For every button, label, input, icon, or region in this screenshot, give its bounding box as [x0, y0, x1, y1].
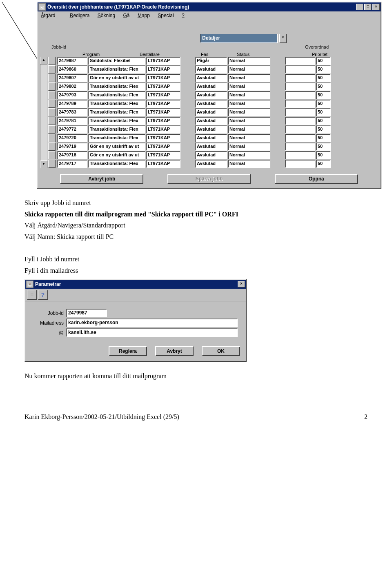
cell-prioritet[interactable]: 50 [316, 65, 331, 74]
cell-fas[interactable]: Avslutad [195, 65, 227, 74]
cell-prioritet[interactable]: 50 [316, 125, 331, 134]
cell-fas[interactable]: Avslutad [195, 117, 227, 125]
cell-bestallare[interactable]: LT971KAP [146, 108, 180, 116]
cell-bestallare[interactable]: LT971KAP [146, 91, 180, 99]
cell-program[interactable]: Transaktionslista: Flex [88, 82, 145, 91]
scroll-down-icon[interactable]: ▼ [40, 161, 47, 168]
cell-status[interactable]: Normal [228, 143, 270, 151]
cell-fas[interactable]: Avslutad [195, 151, 227, 159]
cell-prioritet[interactable]: 50 [316, 160, 331, 168]
cell-fas[interactable]: Pågår [195, 57, 227, 65]
cell-overordnad[interactable] [285, 91, 315, 99]
row-selector[interactable] [48, 134, 56, 142]
cell-program[interactable]: Gör en ny utskrift av ut [88, 151, 145, 159]
row-selector[interactable] [48, 91, 56, 99]
cell-program[interactable]: Transaktionslista: Flex [88, 117, 145, 125]
detaljer-dropdown-icon[interactable]: ▼ [279, 34, 287, 43]
maximize-button[interactable]: □ [364, 4, 372, 10]
minimize-button[interactable]: _ [356, 4, 363, 10]
cell-program[interactable]: Transaktionslista: Flex [88, 91, 145, 99]
row-selector[interactable] [48, 65, 56, 74]
cell-program[interactable]: Transaktionslista: Flex [88, 134, 145, 142]
cell-fas[interactable]: Avslutad [195, 125, 227, 134]
cell-status[interactable]: Normal [228, 125, 270, 134]
menu-redigera[interactable]: Redigera [70, 13, 90, 18]
cell-overordnad[interactable] [285, 117, 315, 125]
cell-prioritet[interactable]: 50 [316, 57, 331, 65]
menubar[interactable]: Åtgärd Redigera Sökning Gå Mapp Special … [38, 11, 381, 20]
cell-fas[interactable]: Avslutad [195, 100, 227, 108]
help-icon[interactable]: ? [38, 290, 48, 300]
cell-jobid[interactable]: 2479719 [57, 143, 87, 151]
cell-overordnad[interactable] [285, 108, 315, 116]
parametrar-system-icon[interactable]: ☕ [26, 281, 33, 288]
cell-prioritet[interactable]: 50 [316, 151, 331, 159]
cell-jobid[interactable]: 2479720 [57, 134, 87, 142]
cell-jobid[interactable]: 2479781 [57, 117, 87, 125]
cell-program[interactable]: Saldolista: Flexibel [88, 57, 145, 65]
input-domain[interactable]: kansli.lth.se [66, 328, 238, 337]
table-row[interactable]: 2479807Gör en ny utskrift av utLT971KAPA… [48, 74, 378, 82]
cell-bestallare[interactable]: LT971KAP [146, 65, 180, 74]
cell-jobid[interactable]: 2479789 [57, 100, 87, 108]
table-row[interactable]: 2479717Transaktionslista: FlexLT971KAPAv… [48, 160, 378, 168]
cell-jobid[interactable]: 2479802 [57, 82, 87, 91]
system-menu-icon[interactable]: ◱ [38, 3, 46, 11]
cell-status[interactable]: Normal [228, 57, 270, 65]
scrollbar[interactable]: ▲ ▼ [40, 57, 47, 168]
row-selector[interactable] [48, 143, 56, 151]
cell-jobid[interactable]: 2479718 [57, 151, 87, 159]
cell-overordnad[interactable] [285, 74, 315, 82]
row-selector[interactable] [48, 108, 56, 116]
cell-status[interactable]: Normal [228, 151, 270, 159]
cell-status[interactable]: Normal [228, 74, 270, 82]
cell-program[interactable]: Transaktionslista: Flex [88, 100, 145, 108]
cell-overordnad[interactable] [285, 134, 315, 142]
cell-jobid[interactable]: 2479860 [57, 65, 87, 74]
cell-status[interactable]: Normal [228, 100, 270, 108]
cell-status[interactable]: Normal [228, 65, 270, 74]
cell-prioritet[interactable]: 50 [316, 91, 331, 99]
cell-program[interactable]: Gör en ny utskrift av ut [88, 143, 145, 151]
cell-prioritet[interactable]: 50 [316, 143, 331, 151]
cell-status[interactable]: Normal [228, 91, 270, 99]
cell-jobid[interactable]: 2479987 [57, 57, 87, 65]
menu-mapp[interactable]: Mapp [138, 13, 150, 18]
ok-button[interactable]: OK [202, 346, 240, 356]
parametrar-titlebar[interactable]: ☕ Parametrar × [25, 280, 246, 289]
cell-bestallare[interactable]: LT971KAP [146, 143, 180, 151]
cell-jobid[interactable]: 2479717 [57, 160, 87, 168]
cell-bestallare[interactable]: LT971KAP [146, 125, 180, 134]
cell-bestallare[interactable]: LT971KAP [146, 160, 180, 168]
cell-prioritet[interactable]: 50 [316, 100, 331, 108]
cell-bestallare[interactable]: LT971KAP [146, 151, 180, 159]
cell-bestallare[interactable]: LT971KAP [146, 74, 180, 82]
cell-program[interactable]: Transaktionslista: Flex [88, 65, 145, 74]
parametrar-close-button[interactable]: × [238, 281, 245, 287]
cell-prioritet[interactable]: 50 [316, 108, 331, 116]
cell-overordnad[interactable] [285, 100, 315, 108]
menu-ga[interactable]: Gå [123, 13, 130, 18]
cell-overordnad[interactable] [285, 82, 315, 91]
row-selector[interactable] [48, 100, 56, 108]
open-button[interactable]: Öppna [275, 174, 358, 184]
cell-fas[interactable]: Avslutad [195, 143, 227, 151]
cell-jobid[interactable]: 2479793 [57, 91, 87, 99]
cell-program[interactable]: Transaktionslista: Flex [88, 125, 145, 134]
cell-status[interactable]: Normal [228, 160, 270, 168]
cell-bestallare[interactable]: LT971KAP [146, 82, 180, 91]
cell-program[interactable]: Gör en ny utskrift av ut [88, 74, 145, 82]
detaljer-combo[interactable]: Detaljer [200, 34, 278, 43]
table-row[interactable]: 2479793Transaktionslista: FlexLT971KAPAv… [48, 91, 378, 99]
table-row[interactable]: 2479720Transaktionslista: FlexLT971KAPAv… [48, 134, 378, 142]
cell-status[interactable]: Normal [228, 108, 270, 116]
table-row[interactable]: 2479783Transaktionslista: FlexLT971KAPAv… [48, 108, 378, 116]
cell-bestallare[interactable]: LT971KAP [146, 117, 180, 125]
cell-status[interactable]: Normal [228, 117, 270, 125]
cell-overordnad[interactable] [285, 65, 315, 74]
cell-overordnad[interactable] [285, 143, 315, 151]
row-selector[interactable] [48, 151, 56, 159]
row-selector[interactable] [48, 125, 56, 134]
table-row[interactable]: 2479718Gör en ny utskrift av utLT971KAPA… [48, 151, 378, 159]
cell-bestallare[interactable]: LT971KAP [146, 134, 180, 142]
